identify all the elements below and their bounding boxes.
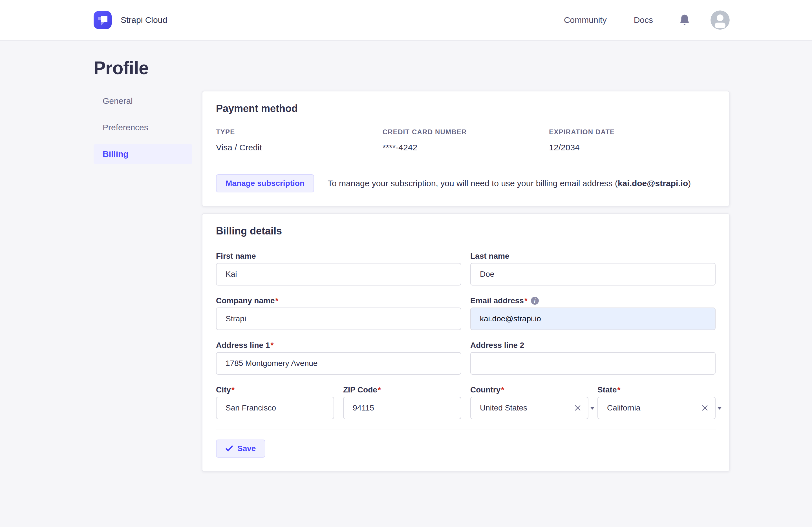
brand-name: Strapi Cloud bbox=[121, 15, 167, 25]
payment-card-divider bbox=[216, 165, 715, 165]
sidebar-item-preferences[interactable]: Preferences bbox=[93, 117, 192, 138]
subscription-note: To manage your subscription, you will ne… bbox=[328, 179, 691, 188]
state-field: State* bbox=[597, 385, 715, 419]
billing-card-divider bbox=[216, 429, 715, 429]
expiration-date-label: EXPIRATION DATE bbox=[549, 128, 715, 136]
credit-card-number-value: ****-4242 bbox=[382, 143, 549, 152]
first-name-input[interactable] bbox=[216, 263, 461, 285]
chevron-down-icon[interactable] bbox=[590, 407, 595, 410]
nav-link-community[interactable]: Community bbox=[564, 15, 607, 25]
payment-method-card: Payment method TYPE Visa / Credit CREDIT… bbox=[202, 91, 730, 206]
notifications-bell-icon[interactable] bbox=[679, 14, 690, 26]
city-input[interactable] bbox=[216, 397, 334, 419]
required-asterisk: * bbox=[617, 385, 620, 395]
zip-code-label: ZIP Code* bbox=[343, 385, 461, 395]
required-asterisk: * bbox=[271, 341, 274, 350]
required-asterisk: * bbox=[501, 385, 504, 395]
email-address-field: Email address*i bbox=[470, 296, 715, 330]
profile-page: Profile General Preferences Billing Paym… bbox=[0, 41, 812, 494]
state-label: State* bbox=[597, 385, 715, 395]
strapi-cloud-logo-icon bbox=[93, 11, 112, 29]
expiration-date-value: 12/2034 bbox=[549, 143, 715, 152]
save-button[interactable]: Save bbox=[216, 440, 265, 458]
country-combobox-input[interactable] bbox=[470, 397, 589, 419]
save-button-label: Save bbox=[237, 444, 256, 453]
company-name-input[interactable] bbox=[216, 308, 461, 330]
credit-card-number-field: CREDIT CARD NUMBER ****-4242 bbox=[382, 128, 549, 152]
credit-card-number-label: CREDIT CARD NUMBER bbox=[382, 128, 549, 136]
billing-details-title: Billing details bbox=[216, 225, 715, 237]
address-line-1-label: Address line 1* bbox=[216, 341, 461, 350]
required-asterisk: * bbox=[524, 296, 527, 305]
nav-link-docs[interactable]: Docs bbox=[634, 15, 653, 25]
chevron-down-icon[interactable] bbox=[717, 407, 722, 410]
city-field: City* bbox=[216, 385, 334, 419]
email-address-label: Email address*i bbox=[470, 296, 715, 305]
company-name-field: Company name* bbox=[216, 296, 461, 330]
payment-method-title: Payment method bbox=[216, 103, 715, 115]
clear-state-icon[interactable] bbox=[701, 404, 709, 412]
required-asterisk: * bbox=[275, 296, 278, 305]
expiration-date-field: EXPIRATION DATE 12/2034 bbox=[549, 128, 715, 152]
first-name-label: First name bbox=[216, 252, 461, 261]
user-avatar[interactable] bbox=[710, 11, 730, 30]
company-name-label: Company name* bbox=[216, 296, 461, 305]
manage-subscription-button[interactable]: Manage subscription bbox=[216, 174, 314, 193]
info-icon[interactable]: i bbox=[531, 297, 539, 305]
address-line-2-input[interactable] bbox=[470, 352, 715, 375]
billing-details-card: Billing details First name Last name Com… bbox=[202, 213, 730, 472]
payment-type-field: TYPE Visa / Credit bbox=[216, 128, 382, 152]
profile-sidebar: General Preferences Billing bbox=[93, 91, 192, 170]
top-navigation: Community Docs bbox=[564, 15, 653, 25]
city-label: City* bbox=[216, 385, 334, 395]
clear-country-icon[interactable] bbox=[574, 404, 582, 412]
country-field: Country* bbox=[470, 385, 589, 419]
required-asterisk: * bbox=[378, 385, 381, 395]
payment-type-value: Visa / Credit bbox=[216, 143, 382, 152]
sidebar-item-billing[interactable]: Billing bbox=[93, 144, 192, 164]
address-line-2-field: Address line 2 bbox=[470, 341, 715, 375]
address-line-1-field: Address line 1* bbox=[216, 341, 461, 375]
email-address-input[interactable] bbox=[470, 308, 715, 330]
header: Strapi Cloud Community Docs bbox=[0, 0, 812, 41]
required-asterisk: * bbox=[231, 385, 235, 395]
country-label: Country* bbox=[470, 385, 589, 395]
last-name-field: Last name bbox=[470, 252, 715, 285]
last-name-input[interactable] bbox=[470, 263, 715, 285]
state-combobox-input[interactable] bbox=[597, 397, 715, 419]
sidebar-item-general[interactable]: General bbox=[93, 91, 192, 111]
address-line-1-input[interactable] bbox=[216, 352, 461, 375]
address-line-2-label: Address line 2 bbox=[470, 341, 715, 350]
brand[interactable]: Strapi Cloud bbox=[93, 11, 167, 29]
page-title: Profile bbox=[93, 58, 730, 79]
last-name-label: Last name bbox=[470, 252, 715, 261]
billing-email-text: kai.doe@strapi.io bbox=[618, 179, 688, 188]
zip-code-field: ZIP Code* bbox=[343, 385, 461, 419]
check-icon bbox=[226, 445, 233, 452]
zip-code-input[interactable] bbox=[343, 397, 461, 419]
payment-type-label: TYPE bbox=[216, 128, 382, 136]
first-name-field: First name bbox=[216, 252, 461, 285]
